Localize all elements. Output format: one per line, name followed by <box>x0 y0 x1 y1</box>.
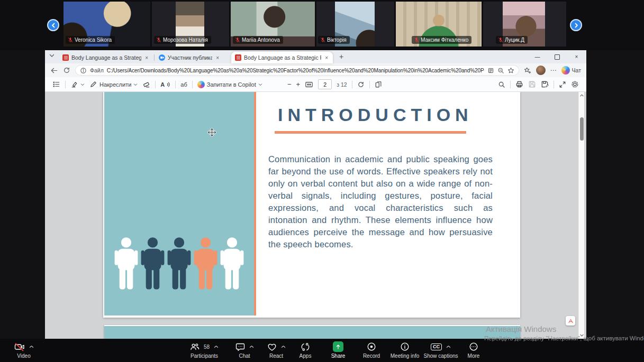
print-icon[interactable] <box>515 80 523 88</box>
save-icon <box>528 80 536 88</box>
tab-zoom[interactable]: Участник публикации - Zoom × <box>155 52 224 63</box>
share-button[interactable]: Share <box>323 341 353 359</box>
more-icon <box>469 342 478 351</box>
table-of-contents-icon[interactable] <box>52 80 60 88</box>
captions-button[interactable]: CC Show captions <box>420 341 462 359</box>
slide-paragraph: Communication in academic and public spe… <box>268 153 493 250</box>
ask-copilot-label: Запитати в Copilot <box>207 81 256 88</box>
copilot-chat-label: Чат <box>572 67 581 73</box>
profile-avatar[interactable] <box>536 66 546 75</box>
read-aloud-icon: A <box>160 81 165 88</box>
bookmark-star-icon[interactable] <box>507 67 514 74</box>
draw-button[interactable]: Накреслити <box>89 80 138 88</box>
tab-search-button[interactable] <box>49 53 55 58</box>
read-aloud-button[interactable]: A <box>160 81 170 88</box>
zoom-out-button[interactable]: − <box>287 80 292 88</box>
pdf-viewer[interactable]: INTRODUCTION Communication in academic a… <box>45 92 586 339</box>
zoom-in-button[interactable]: + <box>296 80 301 88</box>
chevron-up-icon[interactable] <box>29 345 34 348</box>
record-button[interactable]: Record <box>356 341 387 359</box>
video-tile[interactable]: Mariia Antonova <box>231 2 315 47</box>
chevron-up-icon[interactable] <box>446 345 451 348</box>
back-icon[interactable] <box>50 67 58 75</box>
scroll-up-icon[interactable] <box>580 94 584 97</box>
chevron-up-icon[interactable] <box>281 345 286 348</box>
url-field[interactable]: Файл C:/Users/Acer/Downloads/Body%20Lang… <box>75 65 519 76</box>
participants-strip: Veronica Sikora Морозова Наталія Mariia … <box>0 0 644 50</box>
minimize-button[interactable]: — <box>528 50 547 63</box>
tab-pdf-active[interactable]: Body Language as a Strategic Fact × <box>231 52 333 63</box>
pdf-toolbar: Накреслити A аб Запитати в Copilot <box>45 77 586 92</box>
favorites-icon[interactable] <box>524 67 531 74</box>
tab-close-icon[interactable]: × <box>144 55 149 61</box>
more-button[interactable]: More <box>459 341 488 359</box>
browser-window: Body Language as a Strategic Fact × Учас… <box>45 50 586 339</box>
chevron-up-icon[interactable] <box>249 345 254 348</box>
search-icon[interactable] <box>498 81 505 88</box>
captions-icon: CC <box>431 344 442 350</box>
text-tool-icon[interactable]: аб <box>180 81 187 88</box>
person-figure <box>193 236 218 292</box>
muted-mic-icon <box>414 37 419 43</box>
tab-title: Участник публикации - Zoom <box>168 54 212 61</box>
pdf-page-2-top <box>104 325 520 339</box>
save-as-icon[interactable] <box>541 80 549 88</box>
info-icon[interactable] <box>80 67 87 74</box>
highlighter-button[interactable] <box>70 80 85 88</box>
meeting-info-button[interactable]: Meeting info <box>387 341 423 359</box>
participants-button[interactable]: 58 Participants <box>184 341 224 359</box>
url-text: C:/Users/Acer/Downloads/Body%20Language%… <box>107 68 484 73</box>
draw-label: Накреслити <box>99 81 131 88</box>
immersive-reader-icon[interactable] <box>487 67 494 74</box>
chevron-up-icon[interactable] <box>214 345 219 348</box>
zoom-meeting-window: Veronica Sikora Морозова Наталія Mariia … <box>0 0 644 362</box>
ask-copilot-button[interactable]: Запитати в Copilot <box>197 81 262 88</box>
strip-next-button[interactable] <box>570 19 582 31</box>
title-underline <box>275 131 466 134</box>
video-tile[interactable]: Максим Фіткаленко <box>396 2 482 47</box>
new-tab-button[interactable]: + <box>339 52 343 61</box>
scrollbar-thumb[interactable] <box>580 117 584 141</box>
acrobat-float-icon[interactable] <box>566 316 575 326</box>
apps-button[interactable]: Apps <box>291 341 320 359</box>
chevron-right-icon <box>574 23 579 28</box>
video-label: Video <box>17 353 30 359</box>
chat-button[interactable]: Chat <box>229 341 260 359</box>
chevron-down-icon <box>49 53 55 58</box>
close-window-button[interactable]: × <box>567 50 586 63</box>
maximize-icon <box>555 54 560 60</box>
browser-menu-icon[interactable]: ⋯ <box>550 67 557 74</box>
video-off-icon <box>14 342 25 351</box>
video-tile[interactable]: Veronica Sikora <box>64 2 150 47</box>
refresh-icon[interactable] <box>63 67 70 74</box>
scrollbar[interactable] <box>578 92 584 339</box>
react-button[interactable]: React <box>260 341 292 359</box>
tab-pdf-1[interactable]: Body Language as a Strategic Fact × <box>59 52 153 63</box>
rotate-icon[interactable] <box>357 81 365 88</box>
maximize-button[interactable] <box>547 50 567 63</box>
video-button[interactable]: Video <box>5 341 42 359</box>
chevron-down-icon <box>258 83 262 86</box>
pen-icon <box>89 80 97 88</box>
video-tile[interactable]: Луцик.Д <box>483 2 566 47</box>
copilot-chat-button[interactable]: Чат <box>561 66 581 75</box>
video-tile[interactable]: Морозова Наталія <box>152 2 229 47</box>
tab-separator <box>154 54 155 61</box>
tab-close-icon[interactable]: × <box>215 55 220 61</box>
participant-name: Вікторія <box>327 37 347 43</box>
participant-name-badge: Mariia Antonova <box>233 36 283 44</box>
settings-gear-icon[interactable] <box>571 80 579 88</box>
address-bar: Файл C:/Users/Acer/Downloads/Body%20Lang… <box>45 63 586 77</box>
strip-prev-button[interactable] <box>47 19 59 31</box>
participant-name-badge: Veronica Sikora <box>66 36 115 44</box>
eraser-icon[interactable] <box>142 80 150 88</box>
fullscreen-icon[interactable] <box>559 81 566 88</box>
participant-name: Максим Фіткаленко <box>421 37 468 43</box>
apps-icon <box>301 342 310 351</box>
tab-close-icon[interactable]: × <box>324 55 329 61</box>
fit-width-icon[interactable] <box>305 81 313 88</box>
zoom-out-magnifier-icon[interactable] <box>497 67 504 74</box>
page-view-icon[interactable] <box>375 81 382 88</box>
page-number-input[interactable] <box>318 79 332 89</box>
video-tile[interactable]: Вікторія <box>316 2 394 47</box>
